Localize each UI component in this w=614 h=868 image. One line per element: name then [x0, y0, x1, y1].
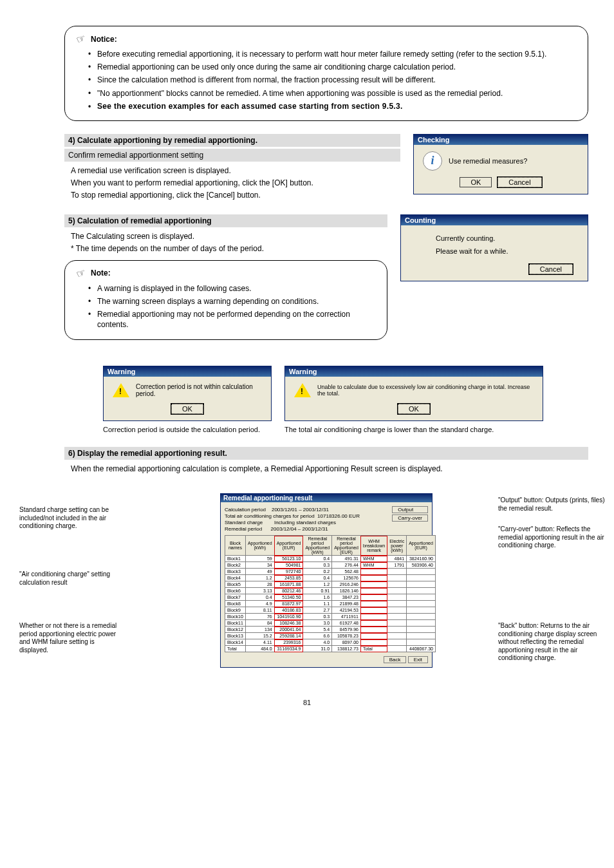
meta-value: Including standard charges — [274, 520, 336, 525]
step5-header: 5) Calculation of remedial apportioning — [64, 214, 387, 227]
output-button[interactable]: Output — [392, 506, 428, 513]
warning-caption: Correction period is outside the calcula… — [103, 425, 272, 434]
info-icon: i — [423, 151, 442, 171]
hand-icon: ☞ — [75, 266, 88, 281]
total-cell: 31169334.9 — [274, 646, 303, 652]
body-text: When the remedial apportioning calculati… — [71, 464, 588, 474]
hand-icon: ☞ — [75, 32, 88, 46]
list-item: "No apportionment" blocks cannot be reme… — [88, 88, 576, 99]
dialog-title: Warning — [285, 366, 543, 377]
table-row: Block63.1380212.460.911826.146 — [225, 588, 436, 594]
dialog-line: Please wait for a while. — [436, 247, 579, 255]
step6-header: 6) Display the remedial apportioning res… — [64, 447, 588, 460]
step4-sub: Confirm remedial apportionment setting — [64, 149, 400, 162]
table-row: Block15956123.100.4491.31WHM48413824160.… — [225, 556, 436, 562]
col-header: Apportioned (kWh) — [245, 536, 274, 556]
page-number: 81 — [303, 699, 311, 706]
warning-dialog-1: Warning Correction period is not within … — [103, 366, 272, 421]
notice-heading: Notice: — [91, 35, 117, 44]
table-row: Block528161871.881.22916.246 — [225, 581, 436, 588]
result-dialog: Remedial apportioning result Calculation… — [220, 493, 433, 668]
notice-list: Before executing remedial apportioning, … — [88, 49, 576, 111]
cancel-button[interactable]: Cancel — [498, 177, 541, 187]
list-item: Since the calculation method is differen… — [88, 75, 576, 85]
dialog-title: Remedial apportioning result — [221, 494, 432, 502]
body-text: * The time depends on the number of days… — [71, 243, 387, 254]
table-row: Block98.1140186.832.742194.53 — [225, 607, 436, 614]
dialog-message: Use remedial measures? — [449, 157, 527, 165]
meta-value: 2003/12/01 – 2003/12/31 — [272, 507, 329, 513]
list-item: Remedial apportioning may not be perform… — [88, 309, 375, 330]
annotation: Standard charge setting can be included/… — [19, 506, 122, 531]
dialog-message: Correction period is not within calculat… — [136, 383, 262, 397]
table-row: Block1315.2259288.146.6105878.23 — [225, 633, 436, 639]
meta-label: Calculation period — [225, 507, 266, 513]
meta-label: Standard charge — [225, 520, 263, 525]
meta-value: 10718326.00 EUR — [317, 513, 360, 519]
body-text: A remedial use verification screen is di… — [71, 165, 400, 176]
body-text: To stop remedial apportioning, click the… — [71, 190, 400, 200]
dialog-line: Currently counting. — [436, 234, 579, 242]
list-item: Before executing remedial apportioning, … — [88, 49, 576, 59]
note-heading: Note: — [91, 269, 111, 278]
exit-button[interactable]: Exit — [408, 656, 428, 663]
col-header: Remedial period Apportioned (EUR) — [332, 536, 361, 556]
list-item: Remedial apportioning can be used only o… — [88, 62, 576, 72]
annotation: "Output" button: Outputs (prints, files)… — [498, 496, 608, 513]
total-cell: 138812.73 — [332, 646, 361, 652]
table-row: Block70.451340.501.63847.23 — [225, 594, 436, 601]
table-row: Block10761041910.900.34711911 — [225, 614, 436, 620]
counting-dialog: Counting Currently counting. Please wait… — [400, 214, 588, 281]
table-row: Block1184108246.383.061927.48 — [225, 620, 436, 627]
warning-dialog-2: Warning Unable to calculate due to exces… — [284, 366, 543, 421]
table-row: Block2345049810.3276.44WHM1791583906.40 — [225, 562, 436, 569]
meta-value: 2003/12/04 – 2003/12/31 — [271, 526, 328, 532]
annotation: "Air conditioning charge" setting calcul… — [19, 571, 122, 587]
table-row: Block12134200041.045.484579.96 — [225, 627, 436, 633]
body-text: When you want to perform remedial apport… — [71, 178, 400, 188]
meta-label: Remedial period — [225, 526, 262, 532]
meta-label: Total air conditioning charges for perio… — [225, 513, 315, 519]
back-button[interactable]: Back — [384, 656, 407, 663]
col-header: Apportioned (EUR) — [274, 536, 303, 556]
col-header: Apportioned (EUR) — [407, 536, 436, 556]
table-row: Block144.1123993164.08097.00 — [225, 639, 436, 646]
col-header: Remedial period Apportioned (kWh) — [303, 536, 332, 556]
annotation: "Back" button: Returns to the air condit… — [498, 622, 608, 663]
list-item: See the execution examples for each assu… — [88, 101, 576, 111]
list-item: The warning screen displays a warning de… — [88, 296, 375, 307]
warning-caption: The total air conditioning charge is low… — [284, 425, 588, 434]
warning-icon — [294, 383, 311, 397]
dialog-title: Warning — [104, 366, 271, 377]
body-text: The Calculating screen is displayed. — [71, 231, 387, 241]
ok-button[interactable]: OK — [460, 177, 492, 187]
annotation: "Carry-over" button: Reflects the remedi… — [498, 525, 608, 550]
notice-box: ☞Notice: Before executing remedial appor… — [64, 26, 588, 121]
list-item: A warning is displayed in the following … — [88, 283, 375, 294]
cancel-button[interactable]: Cancel — [529, 264, 573, 274]
col-header: WHM breakdown remark — [360, 536, 387, 556]
total-cell: 31.0 — [303, 646, 332, 652]
checking-dialog: Checking i Use remedial measures? OK Can… — [413, 134, 588, 194]
dialog-title: Counting — [401, 215, 588, 225]
total-cell: 4408067.30 — [407, 646, 436, 652]
result-table: Block names Apportioned (kWh) Apportione… — [225, 535, 436, 652]
ok-button[interactable]: OK — [171, 404, 203, 414]
annotation: Whether or not there is a remedial perio… — [19, 622, 122, 654]
table-row: Block3499727400.2562.48 — [225, 569, 436, 575]
dialog-title: Checking — [414, 135, 588, 145]
ok-button[interactable]: OK — [398, 404, 430, 414]
warning-icon — [113, 383, 129, 397]
carryover-button[interactable]: Carry-over — [392, 514, 428, 522]
col-header: Electric power (kWh) — [387, 536, 407, 556]
table-row: Block84.981872.971.121899.48 — [225, 601, 436, 607]
dialog-message: Unable to calculate due to excessively l… — [317, 384, 534, 397]
col-header: Block names — [225, 536, 246, 556]
step4-header: 4) Calculate apportioning by remedial ap… — [64, 134, 400, 147]
total-cell: 484.0 — [245, 646, 274, 652]
total-label: Total — [225, 646, 246, 652]
total-label: Total — [360, 646, 387, 652]
table-row: Block41.22453.850.4125676 — [225, 575, 436, 581]
